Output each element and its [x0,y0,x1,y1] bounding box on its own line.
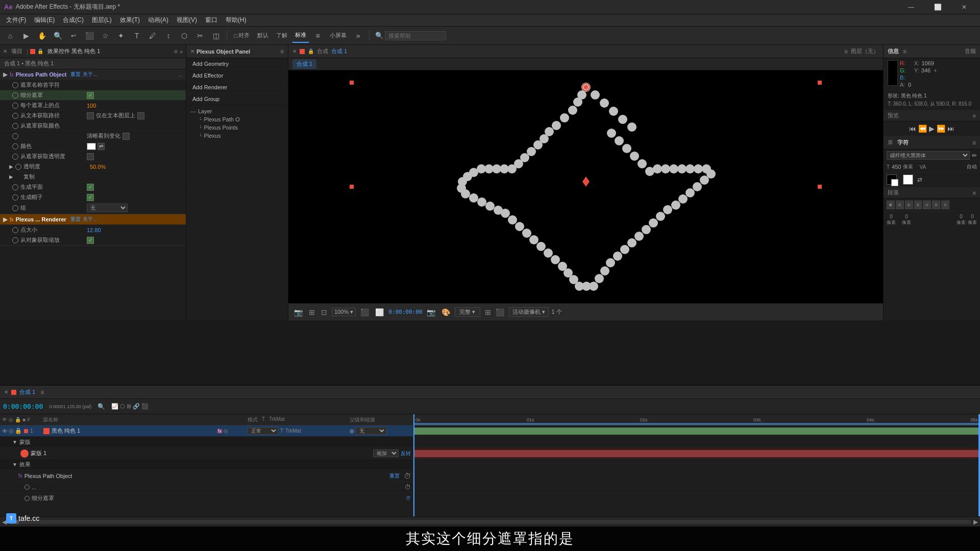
font-select[interactable]: 碳纤维大黑简体 [887,151,970,160]
mask-reverse-btn[interactable]: 反转 [401,450,411,457]
text-tool[interactable]: T [130,29,144,43]
preview-snapshot-icon[interactable]: 📷 [292,308,304,316]
play-next-btn[interactable]: ⏩ [937,124,945,133]
only-on-text-checkbox[interactable] [137,112,144,119]
tl-search-btn[interactable]: 🔍 [97,403,105,410]
learn-button[interactable]: 了解 [273,29,290,43]
menu-edit[interactable]: 编辑(E) [30,14,59,26]
frame-btn2[interactable]: ⬛ [494,308,506,316]
camera-dropdown[interactable]: 活动摄像机 ▾ [509,307,549,317]
clear-change-checkbox[interactable] [122,133,130,140]
preview-snapshot-btn2[interactable]: 📷 [425,308,437,316]
search-input[interactable] [385,31,446,40]
generate-cap-checkbox[interactable]: ✓ [87,194,94,201]
hand-tool[interactable]: ✋ [35,29,49,43]
timeline-scroll-right[interactable]: ▶ [973,518,978,525]
breadcrumb-text[interactable]: 合成 1 [292,59,316,69]
menu-effects[interactable]: 效果(T) [116,14,144,26]
puppet-tool[interactable]: ↕ [161,29,176,43]
menu-composition[interactable]: 合成(C) [59,14,88,26]
tl-mask-btn[interactable]: ⬡ [120,403,125,410]
paragraph-menu[interactable]: ≡ [973,190,976,196]
add-geometry-btn[interactable]: Add Geometry [186,58,288,70]
project-tab[interactable]: 项目 [9,46,24,56]
tl-parent-btn[interactable]: 🔗 [133,403,140,410]
close-button[interactable]: ✕ [952,0,976,14]
plexus-path-reset-btn[interactable]: 重置 [70,71,81,78]
plexus-panel-close[interactable]: ✕ [190,48,194,54]
get-path-checkbox[interactable] [87,112,94,119]
mask-group-row[interactable]: ▼ 蒙版 [0,437,413,448]
info-menu-btn[interactable]: ≡ [903,48,906,55]
preview-alpha-btn[interactable]: ⬜ [374,308,385,316]
small-screen[interactable]: 小屏幕 [327,29,350,43]
preview-section-header[interactable]: 预览 ≡ [884,110,980,121]
plus-btn[interactable]: + [934,67,937,73]
add-renderer-btn[interactable]: Add Renderer [186,82,288,93]
tl-menu-btn[interactable]: ≡ [40,389,44,396]
stroke-color[interactable] [887,174,897,185]
justify-btn[interactable]: ≡ [914,201,922,209]
snap-button[interactable]: □ 对齐 [231,32,253,39]
clone-tool[interactable]: ✂ [193,29,207,43]
expand-btn[interactable]: » [180,48,183,55]
align-right-btn[interactable]: ≡ [905,201,913,209]
workspace-standard[interactable]: 标准 [292,29,309,43]
char-tab[interactable]: 字符 [897,139,909,146]
workspace-menu[interactable]: ≡ [311,29,325,43]
mask-tool[interactable]: ◫ [209,29,223,43]
justify-last-btn[interactable]: ≡ [923,201,931,209]
mask-1-row[interactable]: 蒙版 1 相加 反转 [0,448,413,459]
menu-help[interactable]: 帮助(H) [222,14,251,26]
maximize-button[interactable]: ⬜ [926,0,949,14]
tl-plexus-reset[interactable]: 重置 [389,472,400,480]
tl-close-btn[interactable]: ✕ [4,389,8,395]
paint-tool[interactable]: ⬡ [177,29,191,43]
effect-controls-tab[interactable]: 效果控件 黑色 纯色 1 [45,46,102,56]
plexus-renderer-header[interactable]: ▶ fx Plexus ... Renderer 重置 关于... [0,214,186,225]
tl-snap-btn[interactable]: ⊞ [127,403,131,410]
layer-1-row[interactable]: 👁 ◎ 🔒 1 黑色 纯色 1 fx ◎ 正常 [0,425,413,437]
tl-timecode[interactable]: 0:00:00:00 [3,403,43,410]
lock-btn-1[interactable]: 🔒 [15,428,22,434]
preview-safe-icon[interactable]: ⊡ [320,308,329,316]
plexus-path-more[interactable]: ... [179,72,183,78]
home-button[interactable]: ⌂ [3,29,17,43]
timeline-scrub-bar[interactable] [9,520,971,524]
select-tool[interactable]: ▶ [19,29,33,43]
renderer-reset-btn[interactable]: 重置 [70,216,81,223]
font-auto-btn[interactable]: 自动 [967,163,977,170]
preview-zoom-dropdown[interactable]: 100% ▾ [332,308,356,316]
color-swatch-white[interactable] [87,143,96,150]
star-tool[interactable]: ✦ [114,29,128,43]
menu-animation[interactable]: 动画(A) [144,14,173,26]
opacity-value[interactable]: 50.0% [90,164,106,170]
menu-file[interactable]: 文件(F) [2,14,30,26]
fill-color[interactable] [903,174,913,185]
font-size-value[interactable]: 450 [892,164,901,170]
plexus-path-object-header[interactable]: ▶ fx Plexus Path Object 重置 关于... ... [0,69,186,80]
menu-layer[interactable]: 图层(L) [88,14,116,26]
mask-mode-select[interactable]: 相加 [373,449,399,457]
preview-section-menu[interactable]: ≡ [973,113,976,119]
solo-btn-1[interactable]: ◎ [9,428,14,434]
zoom-tool[interactable]: 🔍 [51,29,65,43]
effects-toggle[interactable]: ▼ [12,462,17,467]
parent-select-1[interactable]: 无 [356,427,386,435]
audio-tab[interactable]: 音频 [965,47,976,55]
rotate-tool[interactable]: ↩ [66,29,81,43]
plexus-item[interactable]: └ Plexus [197,132,286,140]
preview-color-wheel[interactable]: 🎨 [440,308,452,316]
preview-region-btn[interactable]: ⬛ [359,308,371,316]
effects-group-row[interactable]: ▼ 效果 [0,459,413,470]
preview-panel-menu-btn[interactable]: ≡ [844,48,848,55]
menu-window[interactable]: 窗口 [201,14,222,26]
ellipsis-stopwatch[interactable]: ⏱ [405,484,411,491]
plexus-path-about-btn[interactable]: 关于... [83,71,97,78]
camera-tool[interactable]: ⬛ [82,29,96,43]
generate-plane-checkbox[interactable]: ✓ [87,184,94,191]
char-menu-btn[interactable]: ≡ [972,139,976,146]
play-first-btn[interactable]: ⏮ [909,124,916,133]
group-dropdown[interactable]: 无 [87,204,128,212]
panel-menu-btn[interactable]: ≡ [174,48,178,55]
